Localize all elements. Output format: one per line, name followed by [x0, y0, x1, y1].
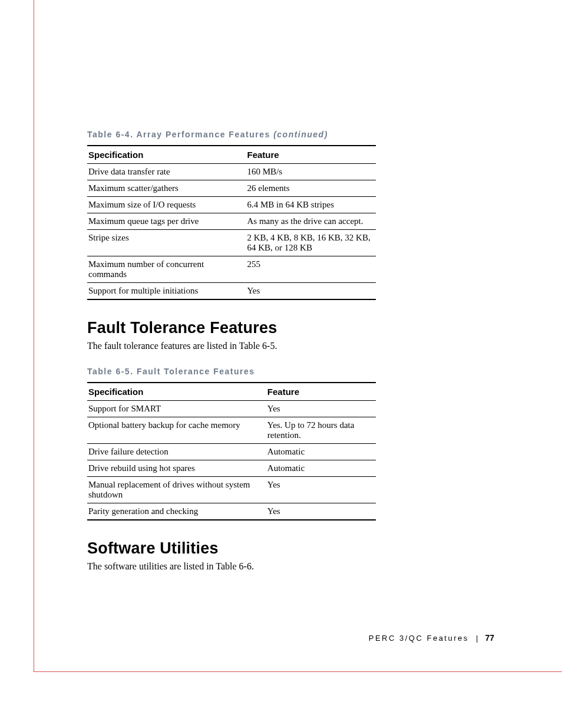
table-row: Stripe sizes2 KB, 4 KB, 8 KB, 16 KB, 32 … — [87, 230, 376, 256]
table-row: Maximum size of I/O requests6.4 MB in 64… — [87, 197, 376, 213]
feat-cell: Automatic — [266, 444, 376, 460]
spec-cell: Parity generation and checking — [87, 503, 266, 521]
page-content: Table 6-4. Array Performance Features (c… — [87, 130, 500, 587]
feat-cell: Yes. Up to 72 hours data retention. — [266, 417, 376, 444]
page-footer: PERC 3/QC Features | 77 — [369, 633, 494, 643]
spec-cell: Manual replacement of drives without sys… — [87, 477, 266, 503]
feat-cell: Automatic — [266, 460, 376, 477]
table-row: Support for multiple initiationsYes — [87, 283, 376, 300]
intro-fault-tolerance: The fault tolerance features are listed … — [87, 341, 500, 351]
spec-cell: Optional battery backup for cache memory — [87, 417, 266, 444]
feat-cell: 255 — [246, 256, 376, 283]
feat-cell: Yes — [246, 283, 376, 300]
footer-title: PERC 3/QC Features — [369, 634, 469, 643]
feat-cell: 26 elements — [246, 180, 376, 197]
table-row: Maximum number of concurrent commands255 — [87, 256, 376, 283]
table-row: Maximum queue tags per driveAs many as t… — [87, 213, 376, 230]
table-row: Maximum scatter/gathers26 elements — [87, 180, 376, 197]
feat-cell: As many as the drive can accept. — [246, 213, 376, 230]
spec-cell: Support for SMART — [87, 401, 266, 417]
table-row: Drive rebuild using hot sparesAutomatic — [87, 460, 376, 477]
col-feature: Feature — [246, 146, 376, 164]
spec-cell: Maximum queue tags per drive — [87, 213, 246, 230]
caption-text: Table 6-4. Array Performance Features — [87, 130, 270, 139]
table-6-4: Specification Feature Drive data transfe… — [87, 145, 376, 300]
spec-cell: Support for multiple initiations — [87, 283, 246, 300]
feat-cell: 160 MB/s — [246, 164, 376, 180]
heading-software-utilities: Software Utilities — [87, 539, 500, 558]
table-row: Drive failure detectionAutomatic — [87, 444, 376, 460]
table-row: Optional battery backup for cache memory… — [87, 417, 376, 444]
spec-cell: Maximum size of I/O requests — [87, 197, 246, 213]
col-specification: Specification — [87, 383, 266, 401]
spec-cell: Stripe sizes — [87, 230, 246, 256]
feat-cell: 6.4 MB in 64 KB stripes — [246, 197, 376, 213]
intro-software-utilities: The software utilities are listed in Tab… — [87, 561, 500, 572]
spec-cell: Drive data transfer rate — [87, 164, 246, 180]
col-feature: Feature — [266, 383, 376, 401]
heading-fault-tolerance: Fault Tolerance Features — [87, 319, 500, 337]
spec-cell: Maximum number of concurrent commands — [87, 256, 246, 283]
spec-cell: Drive rebuild using hot spares — [87, 460, 266, 477]
spec-cell: Maximum scatter/gathers — [87, 180, 246, 197]
table-row: Manual replacement of drives without sys… — [87, 477, 376, 503]
footer-separator: | — [476, 634, 478, 643]
spec-cell: Drive failure detection — [87, 444, 266, 460]
table-row: Support for SMARTYes — [87, 401, 376, 417]
feat-cell: 2 KB, 4 KB, 8 KB, 16 KB, 32 KB, 64 KB, o… — [246, 230, 376, 256]
table-row: Drive data transfer rate160 MB/s — [87, 164, 376, 180]
table-row: Parity generation and checkingYes — [87, 503, 376, 521]
table-6-4-caption: Table 6-4. Array Performance Features (c… — [87, 130, 500, 139]
footer-page-number: 77 — [485, 633, 494, 643]
feat-cell: Yes — [266, 401, 376, 417]
table-6-5-caption: Table 6-5. Fault Tolerance Features — [87, 367, 500, 376]
table-6-5: Specification Feature Support for SMARTY… — [87, 382, 376, 521]
col-specification: Specification — [87, 146, 246, 164]
caption-continued: (continued) — [273, 130, 328, 139]
feat-cell: Yes — [266, 503, 376, 521]
feat-cell: Yes — [266, 477, 376, 503]
